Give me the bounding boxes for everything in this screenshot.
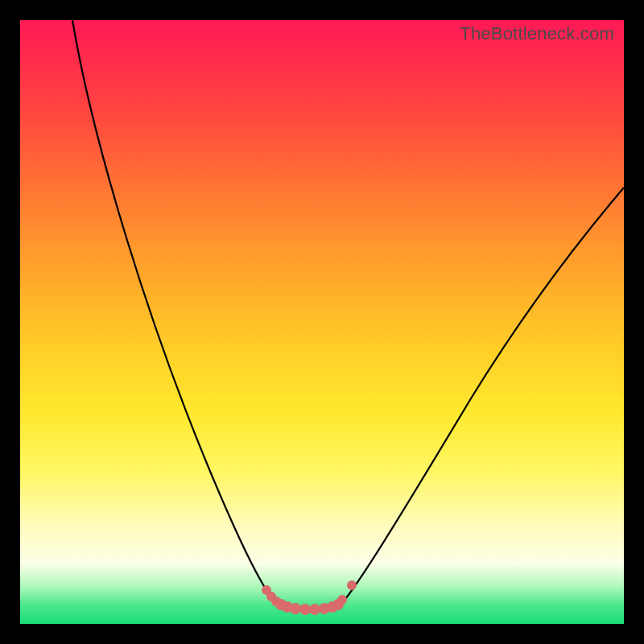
plot-area: TheBottleneck.com bbox=[20, 20, 624, 624]
bottleneck-curve bbox=[20, 20, 624, 624]
svg-point-12 bbox=[347, 580, 357, 590]
curve-left-arm bbox=[72, 20, 278, 605]
valley-marker-group bbox=[262, 580, 357, 615]
svg-point-7 bbox=[309, 604, 320, 615]
curve-right-arm bbox=[340, 188, 624, 605]
svg-point-11 bbox=[337, 595, 347, 605]
svg-point-6 bbox=[299, 604, 311, 615]
svg-point-5 bbox=[290, 603, 301, 614]
chart-frame: TheBottleneck.com bbox=[0, 0, 644, 644]
